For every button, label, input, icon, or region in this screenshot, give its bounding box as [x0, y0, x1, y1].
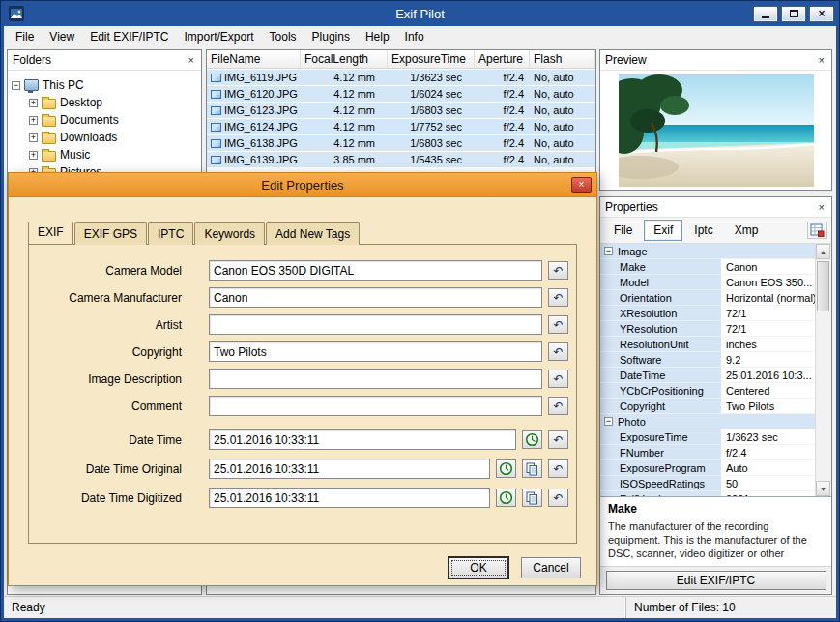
dialog-close-button[interactable]: × — [571, 177, 592, 193]
menu-edit-exif-iptc[interactable]: Edit EXIF/IPTC — [82, 28, 176, 45]
property-row[interactable]: CopyrightTwo Pilots — [600, 399, 816, 414]
tab-iptc-edit[interactable]: IPTC — [148, 222, 193, 245]
clock-button[interactable] — [496, 489, 516, 507]
expand-icon[interactable]: + — [29, 133, 38, 142]
undo-button[interactable]: ↶ — [548, 489, 568, 507]
column-header-flash[interactable]: Flash — [530, 50, 595, 68]
column-header-focallength[interactable]: FocalLength — [301, 50, 388, 68]
camera-model-input[interactable] — [209, 260, 542, 281]
date-time-digitized-input[interactable] — [209, 488, 490, 508]
tab-add-new-tags[interactable]: Add New Tags — [266, 222, 360, 245]
close-icon: × — [819, 201, 825, 213]
property-row[interactable]: ExposureProgramAuto — [600, 460, 816, 476]
property-row[interactable]: Software9.2 — [600, 352, 816, 368]
copyright-input[interactable] — [209, 341, 542, 362]
edit-exif-iptc-button[interactable]: Edit EXIF/IPTC — [606, 571, 826, 590]
table-row[interactable]: IMG_6138.JPG 4.12 mm 1/6803 sec f/2.4 No… — [207, 135, 595, 151]
comment-input[interactable] — [209, 396, 542, 416]
menu-view[interactable]: View — [42, 28, 82, 45]
column-header-filename[interactable]: FileName — [207, 50, 301, 68]
minimize-button[interactable] — [753, 6, 778, 22]
scroll-down-button[interactable]: ▼ — [816, 481, 830, 496]
property-row[interactable]: ExposureTime1/3623 sec — [600, 429, 816, 445]
properties-scrollbar[interactable]: ▲ ▼ — [815, 244, 831, 496]
app-window: Exif Pilot × File View Edit EXIF/IPTC Im… — [0, 0, 840, 622]
undo-button[interactable]: ↶ — [548, 342, 568, 361]
expand-icon[interactable]: + — [29, 99, 38, 107]
undo-button[interactable]: ↶ — [548, 315, 568, 334]
property-row[interactable]: OrientationHorizontal (normal) — [600, 290, 816, 306]
tab-exif-edit[interactable]: EXIF — [28, 222, 73, 244]
copy-button[interactable] — [522, 459, 542, 478]
undo-button[interactable]: ↶ — [548, 397, 568, 415]
date-time-original-input[interactable] — [209, 459, 490, 479]
property-row[interactable]: DateTime25.01.2016 10:3... — [600, 368, 816, 383]
tab-iptc[interactable]: Iptc — [684, 220, 722, 241]
tab-exif[interactable]: Exif — [644, 220, 682, 241]
close-properties-button[interactable]: × — [817, 202, 826, 213]
property-row[interactable]: YCbCrPositioningCentered — [600, 383, 816, 399]
property-row[interactable]: ISOSpeedRatings50 — [600, 476, 816, 491]
date-time-input[interactable] — [209, 429, 516, 450]
column-header-aperture[interactable]: Aperture — [475, 50, 530, 68]
menu-plugins[interactable]: Plugins — [304, 28, 358, 45]
property-row[interactable]: YResolution72/1 — [600, 321, 816, 337]
clock-button[interactable] — [496, 459, 516, 478]
property-group-row[interactable]: −Image — [600, 244, 816, 259]
tree-item-desktop[interactable]: + Desktop — [29, 94, 197, 111]
table-row[interactable]: IMG_6123.JPG 4.12 mm 1/6803 sec f/2.4 No… — [207, 103, 595, 118]
properties-options-button[interactable] — [807, 222, 827, 239]
column-header-exposuretime[interactable]: ExposureTime — [388, 50, 475, 68]
property-row[interactable]: XResolution72/1 — [600, 306, 816, 321]
property-row[interactable]: ModelCanon EOS 350... — [600, 275, 816, 290]
undo-button[interactable]: ↶ — [548, 261, 568, 280]
ok-button[interactable]: OK — [449, 557, 508, 578]
undo-button[interactable]: ↶ — [548, 370, 568, 388]
menu-file[interactable]: File — [8, 28, 42, 45]
property-row[interactable]: ResolutionUnitinches — [600, 337, 816, 352]
menu-info[interactable]: Info — [397, 28, 432, 45]
undo-button[interactable]: ↶ — [548, 288, 568, 307]
tree-item-this-pc[interactable]: − This PC — [12, 76, 197, 94]
copy-button[interactable] — [522, 489, 542, 507]
table-row[interactable]: IMG_6139.JPG 3.85 mm 1/5435 sec f/2.4 No… — [207, 152, 595, 167]
tree-item-music[interactable]: + Music — [29, 146, 197, 163]
collapse-icon[interactable]: − — [12, 81, 20, 90]
collapse-icon[interactable]: − — [604, 247, 613, 255]
property-row[interactable]: MakeCanon — [600, 259, 816, 275]
undo-button[interactable]: ↶ — [548, 459, 568, 478]
table-row[interactable]: IMG_6120.JPG 4.12 mm 1/6024 sec f/2.4 No… — [207, 86, 595, 102]
tree-item-downloads[interactable]: + Downloads — [29, 129, 197, 146]
artist-input[interactable] — [209, 314, 542, 335]
menu-help[interactable]: Help — [358, 28, 397, 45]
property-row[interactable]: FNumberf/2.4 — [600, 445, 816, 460]
title-bar: Exif Pilot × — [4, 1, 836, 26]
expand-icon[interactable]: + — [29, 116, 38, 125]
folder-icon — [42, 133, 56, 144]
scroll-thumb[interactable] — [817, 261, 829, 311]
menu-tools[interactable]: Tools — [262, 28, 304, 45]
tab-xmp[interactable]: Xmp — [725, 220, 768, 241]
table-row[interactable]: IMG_6119.JPG 4.12 mm 1/3623 sec f/2.4 No… — [207, 70, 595, 85]
close-preview-button[interactable]: × — [817, 55, 826, 66]
tab-keywords[interactable]: Keywords — [194, 222, 265, 245]
tab-exif-gps[interactable]: EXIF GPS — [74, 222, 147, 245]
table-row[interactable]: IMG_6124.JPG 4.12 mm 1/7752 sec f/2.4 No… — [207, 119, 595, 134]
menu-import-export[interactable]: Import/Export — [177, 28, 262, 45]
property-group-row[interactable]: −Photo — [600, 414, 816, 429]
maximize-button[interactable] — [781, 6, 806, 22]
tab-file[interactable]: File — [604, 220, 642, 241]
cell-filename: IMG_6138.JPG — [224, 137, 298, 149]
camera-manufacturer-input[interactable] — [209, 287, 542, 308]
close-folders-button[interactable]: × — [187, 55, 196, 66]
close-button[interactable]: × — [809, 6, 834, 22]
tree-item-documents[interactable]: + Documents — [29, 111, 197, 129]
property-row[interactable]: ExifVersion0221 — [600, 491, 816, 496]
cancel-button[interactable]: Cancel — [521, 557, 581, 578]
clock-button[interactable] — [522, 430, 542, 449]
image-description-input[interactable] — [209, 369, 542, 389]
undo-button[interactable]: ↶ — [548, 430, 568, 449]
expand-icon[interactable]: + — [29, 151, 38, 160]
scroll-up-button[interactable]: ▲ — [816, 244, 830, 259]
collapse-icon[interactable]: − — [604, 417, 613, 426]
